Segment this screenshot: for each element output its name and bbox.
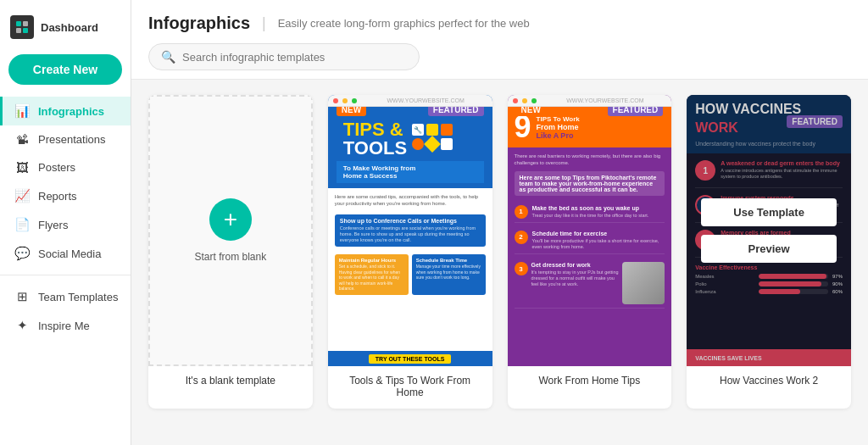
vaccines-image: HOW VACCINES WORK Understanding how vacc… [687, 95, 851, 366]
search-icon: 🔍 [161, 50, 175, 64]
search-input[interactable] [182, 51, 407, 64]
sidebar-item-label: Social Media [38, 248, 101, 260]
logo-text: Dashboard [41, 21, 98, 34]
template-card-tips-tools[interactable]: WWW.YOURWEBSITE.COM TIPS & TOOLS [328, 95, 492, 409]
template-card-vaccines[interactable]: HOW VACCINES WORK Understanding how vacc… [687, 95, 851, 409]
sidebar-item-team-templates[interactable]: ⊞ Team Templates [0, 282, 131, 311]
sidebar-item-label: Infographics [38, 105, 104, 118]
svg-rect-2 [16, 28, 21, 33]
tips-tools-image: WWW.YOURWEBSITE.COM TIPS & TOOLS [328, 95, 492, 366]
sidebar-item-flyers[interactable]: 📄 Flyers [0, 210, 131, 239]
sidebar-item-label: Flyers [38, 219, 68, 231]
svg-rect-3 [23, 28, 28, 33]
use-template-button-vaccines[interactable]: Use Template [701, 198, 837, 226]
inspire-icon: ✦ [14, 318, 30, 333]
sidebar-item-label: Posters [38, 161, 75, 174]
sidebar-item-label: Reports [38, 190, 77, 203]
template-label-blank: It's a blank template [148, 366, 313, 397]
sidebar-logo: Dashboard [0, 8, 131, 49]
sidebar-item-social-media[interactable]: 💬 Social Media [0, 239, 131, 268]
page-title: Infographics [148, 14, 250, 33]
template-label-tips: Tools & Tips To Work From Home [328, 366, 492, 409]
reports-icon: 📈 [14, 188, 30, 203]
presentations-icon: 📽 [14, 132, 30, 147]
template-card-blank[interactable]: + Start from blank Use Template Preview … [148, 95, 313, 409]
team-templates-icon: ⊞ [14, 289, 30, 304]
blank-image-area: + Start from blank Use Template Preview [148, 95, 313, 366]
social-media-icon: 💬 [14, 246, 30, 261]
preview-button-blank[interactable]: Preview [163, 235, 298, 263]
template-label-wfh: Work From Home Tips [508, 366, 672, 397]
template-card-wfh[interactable]: WWW.YOURWEBSITE.COM 9 TIPS To Work From … [508, 95, 672, 409]
sidebar-item-label: Inspire Me [38, 320, 90, 332]
use-template-button-tips[interactable]: Use Template [342, 198, 478, 226]
templates-grid: + Start from blank Use Template Preview … [148, 95, 851, 409]
sidebar: Dashboard Create New 📊 Infographics 📽 Pr… [0, 0, 131, 445]
app-logo-icon [10, 15, 34, 39]
sidebar-item-label: Team Templates [38, 291, 118, 303]
header-divider: | [262, 14, 266, 32]
preview-button-vaccines[interactable]: Preview [701, 235, 837, 263]
use-template-button-blank[interactable]: Use Template [163, 198, 298, 226]
create-new-button[interactable]: Create New [8, 54, 122, 85]
preview-button-tips[interactable]: Preview [342, 235, 478, 263]
sidebar-item-posters[interactable]: 🖼 Posters [0, 153, 131, 181]
page-header: Infographics | Easily create long-form g… [131, 0, 868, 80]
preview-button-wfh[interactable]: Preview [521, 235, 657, 263]
page-subtitle: Easily create long-form graphics perfect… [278, 17, 530, 30]
sidebar-item-inspire-me[interactable]: ✦ Inspire Me [0, 311, 131, 340]
svg-rect-0 [16, 21, 21, 26]
search-bar[interactable]: 🔍 [148, 43, 420, 70]
wfh-image: WWW.YOURWEBSITE.COM 9 TIPS To Work From … [508, 95, 672, 366]
sidebar-item-reports[interactable]: 📈 Reports [0, 181, 131, 210]
vaccines-overlay: Use Template Preview [687, 95, 851, 366]
infographics-icon: 📊 [14, 103, 30, 119]
sidebar-item-presentations[interactable]: 📽 Presentations [0, 125, 131, 153]
sidebar-divider [0, 275, 131, 275]
templates-area: + Start from blank Use Template Preview … [131, 80, 868, 445]
sidebar-item-infographics[interactable]: 📊 Infographics [0, 97, 131, 125]
use-template-button-wfh[interactable]: Use Template [521, 198, 657, 226]
sidebar-item-label: Presentations [38, 133, 106, 146]
svg-rect-1 [23, 21, 28, 26]
posters-icon: 🖼 [14, 160, 30, 175]
flyers-icon: 📄 [14, 217, 30, 232]
main-content: Infographics | Easily create long-form g… [131, 0, 868, 445]
template-label-vaccines: How Vaccines Work 2 [687, 366, 851, 397]
